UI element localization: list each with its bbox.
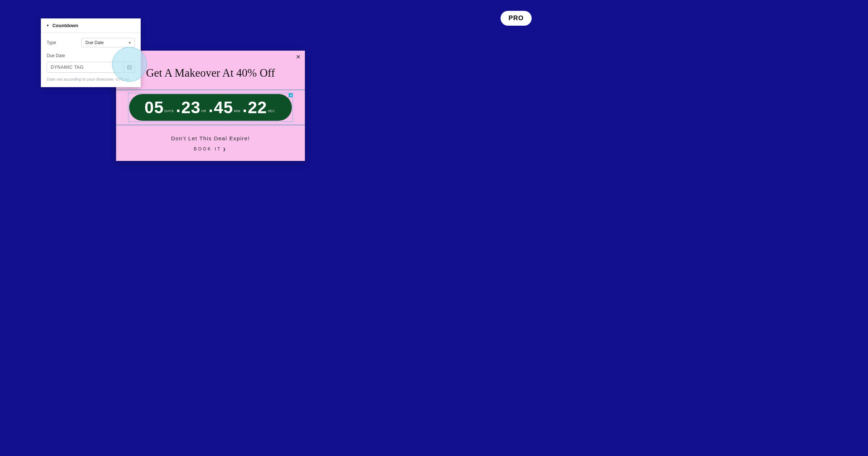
chevron-right-icon: ❯ — [223, 147, 227, 151]
close-icon[interactable]: ✕ — [296, 54, 301, 60]
database-icon — [127, 65, 132, 70]
type-select[interactable]: Due Date ▼ — [81, 38, 135, 47]
countdown-seconds-label: SEC — [268, 109, 275, 113]
countdown-seconds-value: 22 — [248, 99, 267, 116]
book-it-link[interactable]: BOOK IT ❯ — [116, 146, 305, 161]
type-label: Type — [47, 40, 56, 45]
countdown-separator: . — [209, 98, 213, 115]
popup-subtitle: Don't Let This Deal Expire! — [116, 125, 305, 146]
selection-outline: 05 DAYS . 23 HR . 45 MIN . 22 SEC — [128, 93, 293, 122]
countdown-settings-panel: ▼ Countdown Type Due Date ▼ Due Date Dat… — [41, 18, 141, 87]
timezone-note: Date set according to your timezone: UTC… — [47, 77, 135, 81]
countdown-section-selected[interactable]: 05 DAYS . 23 HR . 45 MIN . 22 SEC — [116, 90, 305, 125]
popup-title: Get A Makeover At 40% Off — [116, 51, 305, 90]
popup-preview: ✕ Get A Makeover At 40% Off 05 DAYS . 23… — [116, 51, 305, 161]
cta-label: BOOK IT — [194, 146, 222, 152]
due-date-field-wrap — [47, 62, 135, 73]
countdown-hours-label: HR — [201, 109, 207, 113]
due-date-input[interactable] — [47, 62, 124, 72]
countdown-hours-value: 23 — [181, 99, 200, 116]
pro-badge: PRO — [501, 11, 532, 26]
countdown-days-label: DAYS — [165, 109, 174, 113]
type-selected-value: Due Date — [85, 40, 104, 45]
chevron-down-icon: ▼ — [128, 41, 132, 45]
caret-down-icon: ▼ — [46, 24, 50, 27]
countdown-widget: 05 DAYS . 23 HR . 45 MIN . 22 SEC — [129, 94, 292, 121]
panel-header[interactable]: ▼ Countdown — [41, 18, 141, 33]
countdown-separator: . — [176, 98, 181, 115]
countdown-separator: . — [242, 98, 247, 115]
svg-point-0 — [128, 65, 131, 67]
countdown-minutes-value: 45 — [214, 99, 233, 116]
countdown-days-value: 05 — [145, 99, 164, 116]
dynamic-tag-button[interactable] — [124, 62, 135, 72]
panel-title: Countdown — [52, 23, 78, 28]
countdown-minutes-label: MIN — [234, 109, 240, 113]
edit-handle-icon[interactable] — [289, 93, 293, 97]
due-date-label: Due Date — [47, 53, 135, 58]
